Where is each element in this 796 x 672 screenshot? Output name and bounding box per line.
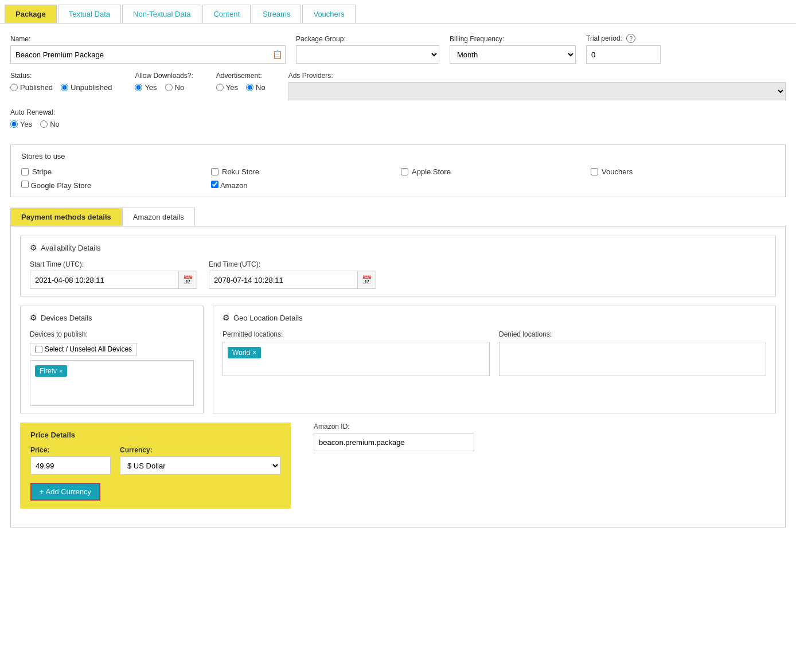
ads-providers-group: Ads Providers: <box>288 72 786 100</box>
store-stripe-label: Stripe <box>32 167 52 176</box>
start-time-input[interactable] <box>30 271 179 289</box>
trial-period-input[interactable] <box>586 45 661 64</box>
store-vouchers-label: Vouchers <box>602 167 633 176</box>
currency-select[interactable]: $ US Dollar € Euro £ British Pound <box>120 456 280 475</box>
copy-icon[interactable]: 📋 <box>272 50 282 59</box>
stores-row1: Stripe Roku Store Apple Store Vouchers <box>21 167 775 176</box>
price-input[interactable] <box>30 456 111 475</box>
sub-tab-payment[interactable]: Payment methods details <box>10 208 122 226</box>
store-stripe: Stripe <box>21 167 205 176</box>
ads-providers-label: Ads Providers: <box>288 72 786 80</box>
devices-geo-row: ⚙ Devices Details Devices to publish: Se… <box>20 306 776 413</box>
store-google-play: Google Play Store <box>21 181 205 190</box>
trial-period-group: Trial period: ? <box>586 34 661 64</box>
store-vouchers-checkbox[interactable] <box>591 168 598 175</box>
denied-locations-box[interactable] <box>499 342 766 376</box>
advertisement-radio-group: Yes No <box>216 83 266 92</box>
billing-freq-label: Billing Frequency: <box>450 35 576 43</box>
package-group-label: Package Group: <box>296 35 439 43</box>
devices-gear-icon: ⚙ <box>30 313 37 322</box>
allow-downloads-yes-radio[interactable] <box>135 84 142 91</box>
permitted-world-remove[interactable]: × <box>252 349 256 357</box>
store-stripe-checkbox[interactable] <box>21 168 29 175</box>
form-section: Name: 📋 Package Group: Billing Frequency… <box>0 24 796 144</box>
price-label: Price: <box>30 446 111 454</box>
tab-content[interactable]: Content <box>202 5 251 23</box>
status-row: Status: Published Unpublished Allow Down… <box>10 72 786 100</box>
amazon-id-input[interactable] <box>314 433 474 451</box>
availability-section: ⚙ Availability Details Start Time (UTC):… <box>20 236 776 296</box>
device-tag-firetv: Firetv × <box>35 365 67 377</box>
status-unpublished-label[interactable]: Unpublished <box>61 83 112 92</box>
store-vouchers: Vouchers <box>591 167 775 176</box>
advertisement-yes-radio[interactable] <box>216 84 224 91</box>
geo-gear-icon: ⚙ <box>223 313 230 322</box>
denied-locations-label: Denied locations: <box>499 330 766 338</box>
store-google-play-label: Google Play Store <box>31 181 92 190</box>
tab-textual-data[interactable]: Textual Data <box>58 5 121 23</box>
store-google-play-checkbox[interactable] <box>21 181 29 188</box>
store-roku-label: Roku Store <box>222 167 259 176</box>
store-amazon-checkbox[interactable] <box>211 181 218 188</box>
start-time-label: Start Time (UTC): <box>30 260 197 268</box>
store-apple: Apple Store <box>401 167 585 176</box>
stores-section: Stores to use Stripe Roku Store Apple St… <box>10 144 786 197</box>
advertisement-no-radio[interactable] <box>246 84 253 91</box>
start-time-group: Start Time (UTC): 📅 <box>30 260 197 289</box>
allow-downloads-no-radio[interactable] <box>165 84 173 91</box>
name-row: Name: 📋 Package Group: Billing Frequency… <box>10 34 786 64</box>
store-roku-checkbox[interactable] <box>211 168 218 175</box>
select-all-label: Select / Unselect All Devices <box>45 345 132 353</box>
sub-tab-amazon[interactable]: Amazon details <box>122 208 195 226</box>
status-unpublished-radio[interactable] <box>61 84 68 91</box>
denied-locations-group: Denied locations: <box>499 330 766 376</box>
status-published-label[interactable]: Published <box>10 83 53 92</box>
auto-renewal-radio-group: Yes No <box>10 120 786 128</box>
tab-streams[interactable]: Streams <box>252 5 301 23</box>
auto-renewal-no-label[interactable]: No <box>40 120 60 128</box>
allow-downloads-no-label[interactable]: No <box>165 83 185 92</box>
start-time-calendar-button[interactable]: 📅 <box>179 271 197 289</box>
permitted-locations-label: Permitted locations: <box>223 330 490 338</box>
store-amazon-label: Amazon <box>220 181 248 190</box>
allow-downloads-yes-label[interactable]: Yes <box>135 83 157 92</box>
store-apple-checkbox[interactable] <box>401 168 408 175</box>
end-time-input[interactable] <box>209 271 358 289</box>
name-label: Name: <box>10 35 286 43</box>
auto-renewal-no-radio[interactable] <box>40 120 48 128</box>
devices-publish-label: Devices to publish: <box>30 330 194 338</box>
end-time-group: End Time (UTC): 📅 <box>209 260 376 289</box>
availability-gear-icon: ⚙ <box>30 243 37 252</box>
sub-tab-bar: Payment methods details Amazon details <box>10 208 796 226</box>
status-published-radio[interactable] <box>10 84 18 91</box>
status-radio-group: Published Unpublished <box>10 83 112 92</box>
currency-label: Currency: <box>120 446 280 454</box>
advertisement-no-label[interactable]: No <box>246 83 266 92</box>
name-input[interactable] <box>10 45 286 64</box>
auto-renewal-group: Auto Renewal: Yes No <box>10 108 786 128</box>
tab-package[interactable]: Package <box>5 5 57 23</box>
tab-bar: Package Textual Data Non-Textual Data Co… <box>0 0 796 24</box>
trial-period-help-icon[interactable]: ? <box>626 34 635 43</box>
add-currency-button[interactable]: + Add Currency <box>30 483 100 501</box>
permitted-locations-box[interactable]: World × <box>223 342 490 376</box>
device-tag-firetv-remove[interactable]: × <box>59 368 63 374</box>
tab-vouchers[interactable]: Vouchers <box>302 5 355 23</box>
select-all-devices-button[interactable]: Select / Unselect All Devices <box>30 343 137 355</box>
store-apple-label: Apple Store <box>412 167 451 176</box>
availability-title: ⚙ Availability Details <box>30 243 766 252</box>
time-row: Start Time (UTC): 📅 End Time (UTC): 📅 <box>30 260 766 289</box>
package-group-group: Package Group: <box>296 35 439 64</box>
tab-non-textual-data[interactable]: Non-Textual Data <box>122 5 201 23</box>
billing-freq-select[interactable]: Month Year Week Day <box>450 45 576 64</box>
auto-renewal-yes-radio[interactable] <box>10 120 18 128</box>
devices-section: ⚙ Devices Details Devices to publish: Se… <box>20 306 204 413</box>
advertisement-yes-label[interactable]: Yes <box>216 83 238 92</box>
select-all-checkbox[interactable] <box>35 346 42 353</box>
currency-group: Currency: $ US Dollar € Euro £ British P… <box>120 446 280 475</box>
permitted-world-label: World <box>232 349 250 357</box>
package-group-select[interactable] <box>296 45 439 64</box>
auto-renewal-yes-label[interactable]: Yes <box>10 120 32 128</box>
ads-providers-select[interactable] <box>288 82 786 100</box>
end-time-calendar-button[interactable]: 📅 <box>358 271 376 289</box>
